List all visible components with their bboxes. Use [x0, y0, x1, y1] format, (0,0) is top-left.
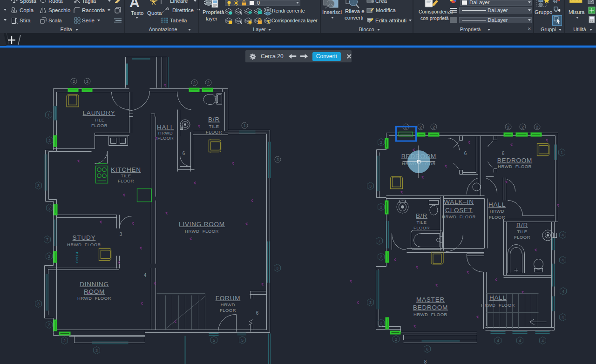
svg-text:2: 2 [433, 125, 435, 129]
svg-text:2: 2 [86, 79, 88, 84]
svg-text:2: 2 [420, 125, 422, 129]
svg-text:2: 2 [522, 125, 524, 129]
svg-text:2: 2 [207, 81, 210, 85]
svg-text:2: 2 [48, 323, 50, 327]
svg-text:FLOOR: FLOOR [489, 215, 505, 220]
svg-text:6: 6 [502, 151, 505, 156]
svg-text:B/R: B/R [208, 116, 220, 123]
svg-text:HRWD FLOOR: HRWD FLOOR [481, 303, 515, 308]
svg-text:3: 3 [276, 266, 278, 270]
svg-text:6: 6 [464, 151, 467, 156]
svg-text:CN14: CN14 [75, 251, 79, 263]
svg-text:3: 3 [369, 300, 372, 305]
svg-text:TILE: TILE [209, 124, 219, 129]
svg-text:HRWD: HRWD [490, 209, 504, 214]
svg-text:2: 2 [48, 254, 50, 259]
svg-text:8: 8 [424, 359, 427, 364]
svg-text:2: 2 [380, 205, 382, 209]
svg-text:4: 4 [562, 258, 564, 263]
svg-text:6: 6 [256, 310, 259, 316]
svg-text:TILE: TILE [416, 220, 427, 225]
svg-text:3: 3 [369, 184, 372, 189]
svg-text:3: 3 [95, 348, 98, 353]
svg-text:FLOOR: FLOOR [413, 225, 430, 230]
svg-text:HRWD FLOOR: HRWD FLOOR [498, 164, 532, 169]
svg-text:4: 4 [497, 338, 499, 343]
svg-text:4: 4 [542, 338, 544, 343]
svg-text:TILE: TILE [517, 229, 527, 234]
svg-text:HRWD: HRWD [158, 130, 173, 135]
svg-text:TILE: TILE [121, 173, 131, 178]
svg-text:B/R: B/R [416, 212, 427, 219]
svg-text:2: 2 [73, 79, 75, 84]
svg-text:ROOM: ROOM [84, 288, 105, 295]
svg-text:HRWD FLOOR: HRWD FLOOR [77, 296, 111, 301]
svg-text:4: 4 [562, 315, 564, 320]
svg-text:HALL: HALL [489, 294, 507, 301]
svg-text:2: 2 [536, 125, 538, 129]
svg-text:2: 2 [507, 125, 509, 129]
svg-text:3: 3 [120, 232, 122, 237]
svg-text:FLOOR: FLOOR [514, 235, 530, 240]
svg-text:2: 2 [380, 140, 382, 145]
svg-text:TILE: TILE [94, 117, 104, 122]
svg-text:BEDROOM: BEDROOM [497, 157, 532, 164]
svg-text:7: 7 [46, 237, 48, 242]
svg-text:FLOOR: FLOOR [220, 308, 236, 313]
svg-text:3: 3 [37, 302, 40, 306]
svg-text:2: 2 [193, 81, 196, 85]
svg-text:KITCHEN: KITCHEN [111, 166, 141, 173]
svg-text:B/R: B/R [516, 222, 528, 229]
svg-text:DINNING: DINNING [80, 281, 109, 288]
svg-text:2: 2 [380, 321, 382, 325]
svg-text:4: 4 [562, 289, 564, 294]
svg-text:2: 2 [380, 255, 382, 259]
svg-text:FLOOR: FLOOR [206, 129, 222, 135]
svg-text:7: 7 [378, 239, 380, 243]
svg-text:4: 4 [519, 338, 521, 343]
svg-text:HRWD FLOOR: HRWD FLOOR [67, 242, 101, 247]
svg-text:1: 1 [561, 150, 563, 155]
svg-text:1: 1 [47, 113, 50, 117]
svg-text:FLOOR: FLOOR [91, 123, 108, 128]
svg-text:HRWD FLOOR: HRWD FLOOR [185, 229, 219, 234]
svg-text:LAUNDRY: LAUNDRY [83, 109, 115, 116]
svg-text:HRWD FLOOR: HRWD FLOOR [442, 214, 476, 219]
svg-text:2: 2 [63, 338, 66, 343]
svg-text:2: 2 [48, 138, 51, 143]
svg-text:BEDROOM: BEDROOM [413, 304, 448, 311]
svg-text:1: 1 [244, 123, 246, 128]
svg-text:LIVING ROOM: LIVING ROOM [179, 221, 225, 228]
svg-text:4: 4 [562, 233, 564, 237]
svg-text:2: 2 [395, 337, 397, 342]
svg-text:6: 6 [426, 347, 428, 351]
svg-text:5: 5 [241, 338, 244, 343]
svg-text:HALL: HALL [157, 124, 174, 131]
svg-text:3: 3 [277, 157, 279, 162]
svg-text:4: 4 [144, 273, 147, 278]
svg-text:FLOOR: FLOOR [118, 178, 134, 183]
svg-text:5: 5 [213, 338, 215, 343]
svg-text:MASTER: MASTER [416, 296, 445, 303]
svg-text:3: 3 [37, 183, 40, 188]
svg-text:HALL: HALL [488, 201, 506, 208]
svg-text:STUDY: STUDY [73, 234, 96, 241]
svg-text:2: 2 [48, 206, 51, 210]
svg-text:HRWD: HRWD [221, 302, 235, 307]
svg-text:WALK–IN: WALK–IN [444, 198, 474, 205]
svg-text:CLOSET: CLOSET [445, 207, 473, 214]
svg-text:6: 6 [183, 151, 185, 156]
svg-text:FLOOR: FLOOR [157, 135, 174, 141]
svg-text:HRWD FLOOR: HRWD FLOOR [413, 312, 447, 317]
svg-text:FORUM: FORUM [216, 295, 241, 302]
